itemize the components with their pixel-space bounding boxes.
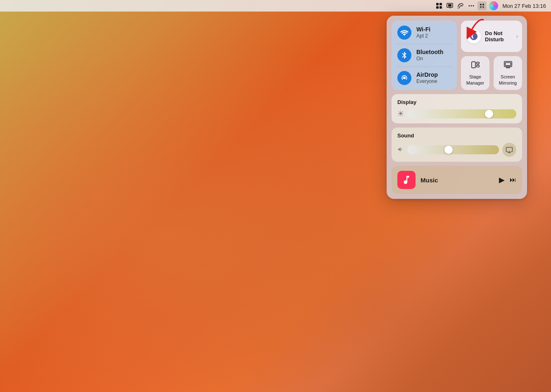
display-section: Display xyxy=(392,94,522,123)
svg-rect-22 xyxy=(505,63,511,66)
svg-line-31 xyxy=(399,115,399,115)
svg-rect-5 xyxy=(448,4,451,7)
focusflow-icon[interactable] xyxy=(435,1,444,10)
sound-slider-track[interactable] xyxy=(407,145,499,154)
music-play-button[interactable]: ▶ xyxy=(499,175,505,184)
wifi-icon xyxy=(397,26,411,40)
controlcenter-icon[interactable] xyxy=(477,1,487,10)
svg-point-11 xyxy=(482,4,484,5)
display-section-title: Display xyxy=(397,99,516,105)
control-center-panel: Wi-Fi Apt 2 Bluetooth On xyxy=(387,16,527,199)
volume-icon xyxy=(397,146,404,154)
bluetooth-icon xyxy=(397,48,411,62)
stage-manager-icon xyxy=(471,60,480,71)
svg-rect-1 xyxy=(439,3,442,5)
svg-rect-15 xyxy=(482,7,484,8)
bluetooth-title: Bluetooth xyxy=(416,49,443,56)
menubar-time: Mon 27 Feb 13:16 xyxy=(502,3,546,9)
display-slider-track[interactable] xyxy=(407,109,516,118)
svg-point-7 xyxy=(469,5,470,7)
svg-point-9 xyxy=(473,5,474,7)
sound-slider-thumb xyxy=(444,146,453,154)
svg-point-23 xyxy=(399,112,402,115)
bluetooth-subtitle: On xyxy=(416,56,443,61)
divider-1 xyxy=(397,44,452,44)
cast-icon[interactable] xyxy=(456,1,465,10)
brightness-icon xyxy=(397,110,404,118)
svg-rect-0 xyxy=(436,3,439,5)
divider-2 xyxy=(397,66,452,67)
sound-section-title: Sound xyxy=(397,132,516,139)
menubar: Mon 27 Feb 13:16 xyxy=(0,0,551,12)
sound-section: Sound xyxy=(392,128,522,162)
svg-rect-20 xyxy=(476,65,479,67)
music-section: Music ▶ ⏭ xyxy=(392,166,522,194)
svg-rect-13 xyxy=(482,6,484,7)
more-icon[interactable] xyxy=(467,1,476,10)
airplay-button[interactable] xyxy=(502,143,516,157)
bluetooth-text: Bluetooth On xyxy=(416,49,443,61)
wifi-item[interactable]: Wi-Fi Apt 2 xyxy=(397,26,451,40)
svg-line-30 xyxy=(402,111,403,111)
svg-rect-14 xyxy=(480,7,482,8)
music-controls: ▶ ⏭ xyxy=(499,175,516,184)
display-slider-thumb xyxy=(485,110,493,118)
airdrop-icon xyxy=(397,71,411,85)
annotation-arrow xyxy=(461,16,490,46)
connectivity-panel: Wi-Fi Apt 2 Bluetooth On xyxy=(392,21,457,90)
music-forward-button[interactable]: ⏭ xyxy=(510,176,516,184)
airdrop-text: AirDrop Everyone xyxy=(416,71,438,84)
svg-line-29 xyxy=(402,115,403,115)
svg-rect-2 xyxy=(436,6,439,9)
svg-rect-18 xyxy=(471,62,475,68)
svg-rect-12 xyxy=(480,6,482,7)
music-app-title: Music xyxy=(420,177,494,184)
svg-line-28 xyxy=(399,111,399,111)
dnd-chevron-icon: › xyxy=(516,33,518,39)
svg-rect-19 xyxy=(476,62,479,64)
top-row: Wi-Fi Apt 2 Bluetooth On xyxy=(392,21,522,90)
wifi-text: Wi-Fi Apt 2 xyxy=(416,26,430,39)
screen-mirroring-icon xyxy=(504,60,513,71)
bluetooth-item[interactable]: Bluetooth On xyxy=(397,48,451,62)
wifi-title: Wi-Fi xyxy=(416,26,430,33)
airdrop-title: AirDrop xyxy=(416,71,438,78)
svg-point-10 xyxy=(480,4,482,5)
stage-manager-panel[interactable]: StageManager xyxy=(461,56,489,90)
screenconnect-icon[interactable] xyxy=(445,1,454,10)
airdrop-item[interactable]: AirDrop Everyone xyxy=(397,71,451,85)
screen-mirroring-panel[interactable]: ScreenMirroring xyxy=(494,56,522,90)
bottom-right-row: StageManager ScreenMirroring xyxy=(461,56,522,90)
svg-rect-3 xyxy=(439,6,442,9)
stage-manager-label: StageManager xyxy=(466,74,484,86)
music-app-icon xyxy=(397,171,416,189)
siri-icon[interactable] xyxy=(489,1,498,10)
display-slider-row[interactable] xyxy=(397,109,516,118)
svg-point-8 xyxy=(471,5,472,7)
wifi-subtitle: Apt 2 xyxy=(416,33,430,39)
airdrop-subtitle: Everyone xyxy=(416,78,438,84)
sound-row xyxy=(397,143,516,157)
screen-mirroring-label: ScreenMirroring xyxy=(499,74,517,86)
